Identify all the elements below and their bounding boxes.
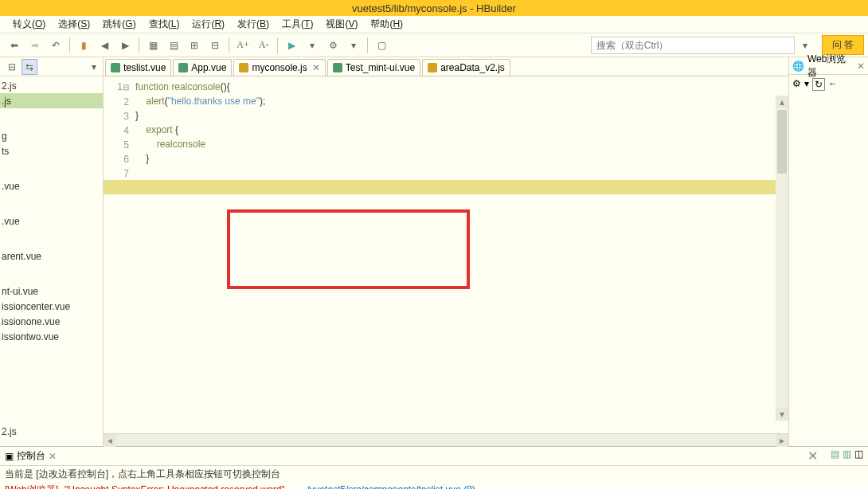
menu-find[interactable]: 查找(L)	[143, 16, 186, 33]
forward-button[interactable]: ➡	[25, 36, 45, 55]
file-tree-item[interactable]	[0, 364, 103, 384]
tab-label: Test_mint-ui.vue	[346, 62, 415, 73]
file-tree-item[interactable]: arent.vue	[0, 248, 103, 264]
menu-help[interactable]: 帮助(H)	[364, 16, 409, 33]
tool-icon-2[interactable]: ▥	[843, 448, 851, 464]
vertical-scrollbar[interactable]: ▴ ▾	[776, 96, 788, 421]
menu-view[interactable]: 视图(V)	[319, 16, 364, 33]
menu-goto[interactable]: 跳转(G)	[96, 16, 142, 33]
undo-button[interactable]: ↶	[46, 36, 65, 55]
sidebar-toolbar: ⊟ ⇆ ▾	[0, 57, 103, 76]
tool-icon[interactable]: ▦	[143, 36, 162, 55]
tab-label: teslist.vue	[123, 62, 166, 73]
file-tree-item[interactable]: issioncenter.vue	[0, 299, 103, 314]
gear-icon[interactable]: ⚙	[792, 78, 801, 91]
console-close-icon[interactable]: ✕	[49, 451, 57, 462]
file-tree-item[interactable]: issiontwo.vue	[0, 329, 103, 344]
file-tree-item[interactable]: .vue	[0, 213, 103, 229]
file-tree-item[interactable]: ts	[0, 143, 103, 158]
close-console-icon[interactable]: ✕	[807, 448, 818, 464]
file-tree-item[interactable]: .js	[0, 93, 103, 108]
file-type-icon	[333, 63, 342, 72]
font-increase-icon[interactable]: A+	[233, 36, 252, 55]
collapse-icon[interactable]: ⊟	[4, 59, 20, 75]
editor-tabs: teslist.vueApp.vuemyconsole.js✕Test_mint…	[104, 57, 788, 76]
file-tree-item[interactable]	[0, 108, 103, 128]
tab-label: myconsole.js	[252, 62, 307, 73]
menu-tools[interactable]: 工具(T)	[276, 16, 319, 33]
back-button[interactable]: ⬅	[5, 36, 24, 55]
file-tree-item[interactable]: 2.js	[0, 78, 103, 93]
tab-close-icon[interactable]: ✕	[857, 61, 865, 72]
dropdown-icon[interactable]: ▾	[303, 36, 322, 55]
menu-publish[interactable]: 发行(B)	[231, 16, 276, 33]
file-tree-item[interactable]: g	[0, 128, 103, 143]
scroll-right-icon[interactable]: ▸	[776, 434, 788, 447]
error-message: "Uncaught SyntaxError: Unexpected reserv…	[65, 484, 285, 489]
toolbar: ⬅ ➡ ↶ ▮ ◀ ▶ ▦ ▤ ⊞ ⊟ A+ A- ▶ ▾ ⚙ ▾ ▢ ▾ 问 …	[0, 33, 868, 57]
globe-icon: 🌐	[792, 61, 804, 72]
code-content[interactable]: function realconsole(){ alert("hello.tha…	[135, 76, 788, 433]
console-title-label: 控制台	[17, 449, 45, 463]
tab-label: areaData_v2.js	[440, 62, 505, 73]
app-icon	[4, 2, 15, 14]
main-area: ⊟ ⇆ ▾ 2.js.jsgts.vue.vuearent.vuent-ui.v…	[0, 57, 868, 446]
console-tools: ✕ ▤ ▥ ◫	[807, 448, 863, 464]
scroll-up-icon[interactable]: ▴	[776, 96, 788, 108]
browser-tab[interactable]: 🌐 Web浏览器 ✕	[789, 57, 868, 75]
file-explorer-sidebar: ⊟ ⇆ ▾ 2.js.jsgts.vue.vuearent.vuent-ui.v…	[0, 57, 104, 446]
error-source: [Web浏览器]	[5, 484, 58, 489]
file-tree-item[interactable]	[0, 264, 103, 284]
tool-icon-4[interactable]: ⊟	[205, 36, 225, 55]
menu-bar: 转义(O) 选择(S) 跳转(G) 查找(L) 运行(R) 发行(B) 工具(T…	[0, 16, 868, 33]
editor-tab[interactable]: myconsole.js✕	[233, 59, 325, 76]
file-tree-item[interactable]: 2.js	[0, 424, 103, 439]
arrow-icon[interactable]: ←	[828, 78, 838, 91]
menu-icon[interactable]: ▾	[86, 59, 102, 75]
scroll-left-icon[interactable]: ◂	[104, 434, 116, 447]
device-icon[interactable]: ▢	[372, 36, 391, 55]
dropdown-icon-2[interactable]: ▾	[344, 36, 363, 55]
error-file-link[interactable]: /vuetest5/src/components/teslist.vue (8)	[307, 484, 475, 489]
bookmark-icon[interactable]: ▮	[74, 36, 93, 55]
scroll-down-icon[interactable]: ▾	[776, 408, 788, 421]
horizontal-scrollbar[interactable]: ◂ ▸	[104, 433, 788, 446]
menu-convert[interactable]: 转义(O)	[6, 16, 52, 33]
config-icon[interactable]: ⚙	[323, 36, 342, 55]
editor-tab[interactable]: Test_mint-ui.vue	[327, 59, 420, 76]
scroll-thumb[interactable]	[777, 110, 787, 174]
browser-toolbar: ⚙ ▾ ↻ ←	[789, 75, 868, 94]
tool-icon-2[interactable]: ▤	[164, 36, 183, 55]
menu-run[interactable]: 运行(R)	[186, 16, 231, 33]
editor-tab[interactable]: App.vue	[173, 59, 232, 76]
editor-area: teslist.vueApp.vuemyconsole.js✕Test_mint…	[104, 57, 788, 446]
editor-tab[interactable]: areaData_v2.js	[422, 59, 510, 76]
tool-icon-3[interactable]: ⊞	[185, 36, 204, 55]
tool-icon-3[interactable]: ◫	[854, 448, 863, 464]
run-icon[interactable]: ▶	[282, 36, 301, 55]
tool-icon[interactable]: ▤	[831, 448, 839, 464]
editor-tab[interactable]: teslist.vue	[105, 59, 171, 76]
next-bookmark-icon[interactable]: ▶	[115, 36, 135, 55]
code-editor[interactable]: 1⊟2345678 function realconsole(){ alert(…	[104, 76, 788, 433]
link-icon[interactable]: ⇆	[22, 59, 37, 75]
refresh-icon[interactable]: ↻	[812, 78, 825, 91]
file-tree-item[interactable]: nt-ui.vue	[0, 284, 103, 299]
file-tree-item[interactable]	[0, 229, 103, 248]
console-panel: ▣ 控制台 ✕ ✕ ▤ ▥ ◫ 当前是 [边改边看控制台]，点右上角工具条相应按…	[0, 446, 868, 489]
search-input[interactable]	[591, 37, 795, 54]
file-tree-item[interactable]	[0, 158, 103, 178]
file-tree-item[interactable]	[0, 384, 103, 404]
file-tree-item[interactable]	[0, 194, 103, 213]
file-tree-item[interactable]: .vue	[0, 178, 103, 194]
console-tab[interactable]: ▣ 控制台 ✕	[5, 449, 57, 463]
dropdown-icon[interactable]: ▾	[804, 78, 809, 91]
prev-bookmark-icon[interactable]: ◀	[95, 36, 114, 55]
file-tree-item[interactable]	[0, 404, 103, 424]
file-tree-item[interactable]: issionone.vue	[0, 314, 103, 329]
font-decrease-icon[interactable]: A-	[254, 36, 273, 55]
window-title: vuetest5/lib/myconsole.js - HBuilder	[352, 2, 516, 14]
menu-select[interactable]: 选择(S)	[52, 16, 96, 33]
file-tree-item[interactable]	[0, 344, 103, 364]
tab-close-icon[interactable]: ✕	[312, 62, 320, 73]
